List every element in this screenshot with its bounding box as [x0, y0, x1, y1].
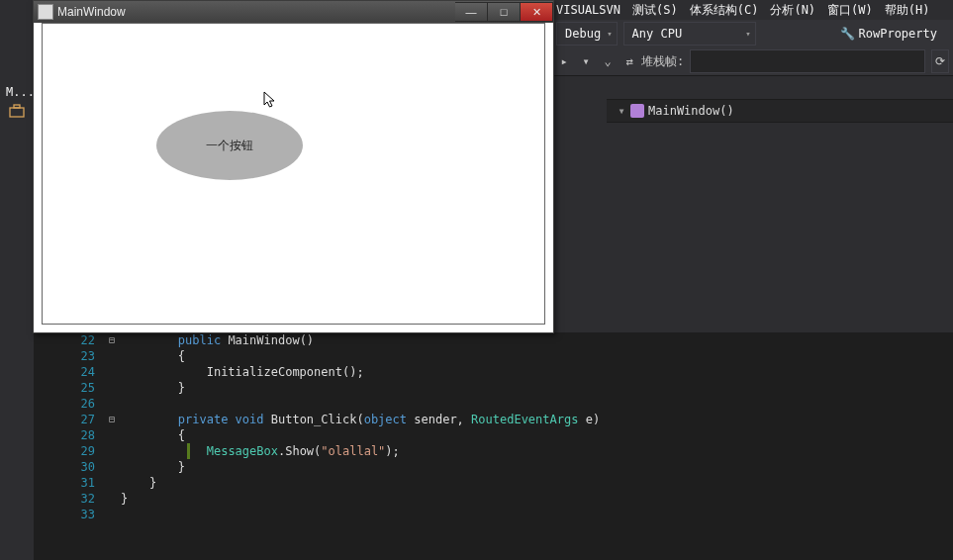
line-number: 27: [34, 412, 95, 427]
nav-method[interactable]: MainWindow(): [648, 104, 734, 118]
menu-help[interactable]: 帮助(H): [879, 0, 936, 20]
window-buttons: — □ ✕: [455, 2, 553, 22]
debug-toolbar: ▸ ▾ ⌄ ⇄ 堆栈帧: ⟳: [550, 47, 953, 76]
nav-chevron-icon[interactable]: ▾: [613, 104, 630, 118]
minimize-button[interactable]: —: [455, 2, 488, 22]
stackframe-label: 堆栈帧:: [641, 53, 684, 70]
line-number: 25: [34, 380, 95, 396]
line-number: 26: [34, 396, 95, 412]
step-icon[interactable]: ▸: [556, 53, 572, 69]
fold-gutter[interactable]: ⊟⊟: [103, 332, 121, 560]
close-button[interactable]: ✕: [521, 2, 553, 22]
fold-toggle: [103, 364, 121, 380]
fold-toggle: [103, 380, 121, 396]
code-area[interactable]: public MainWindow() { InitializeComponen…: [121, 332, 953, 560]
line-number: 33: [34, 507, 95, 522]
titlebar[interactable]: MainWindow — □ ✕: [34, 1, 553, 23]
platform-label: Any CPU: [632, 27, 683, 41]
thread-icon[interactable]: ⇄: [621, 53, 637, 69]
line-number: 24: [34, 364, 95, 380]
rowproperty-button[interactable]: 🔧 RowProperty: [834, 23, 943, 45]
menu-test[interactable]: 测试(S): [626, 0, 684, 20]
line-number: 31: [34, 475, 95, 491]
line-number: 30: [34, 459, 95, 475]
fold-toggle: [103, 459, 121, 475]
code-line[interactable]: }: [121, 380, 953, 396]
fold-toggle[interactable]: ⊟: [103, 332, 121, 348]
code-line[interactable]: }: [121, 475, 953, 491]
menu-architecture[interactable]: 体系结构(C): [684, 0, 765, 20]
fold-toggle: [103, 427, 121, 443]
config-dropdown[interactable]: Debug ▾: [556, 22, 618, 46]
code-line[interactable]: [121, 507, 953, 522]
left-tab-header: M...: [0, 79, 34, 99]
chevron-down-icon: ▾: [745, 29, 750, 39]
code-line[interactable]: }: [121, 459, 953, 475]
stackframe-dropdown[interactable]: [690, 49, 925, 73]
line-number: 32: [34, 491, 95, 507]
rowproperty-label: RowProperty: [859, 27, 937, 41]
app-icon: [38, 4, 53, 20]
code-line[interactable]: MessageBox.Show("olallal");: [121, 443, 953, 459]
navigation-bar: ▾ MainWindow(): [607, 99, 953, 123]
config-label: Debug: [565, 27, 601, 41]
method-icon: [630, 104, 644, 118]
code-line[interactable]: [121, 396, 953, 412]
client-area: 一个按钮: [42, 23, 545, 325]
fold-toggle: [103, 491, 121, 507]
ellipse-button[interactable]: 一个按钮: [156, 111, 303, 180]
code-line[interactable]: {: [121, 427, 953, 443]
fold-toggle: [103, 475, 121, 491]
code-line[interactable]: InitializeComponent();: [121, 364, 953, 380]
main-menu-bar: VISUALSVN 测试(S) 体系结构(C) 分析(N) 窗口(W) 帮助(H…: [550, 0, 953, 20]
code-editor[interactable]: 222324252627282930313233 ⊟⊟ public MainW…: [34, 332, 953, 560]
svg-rect-1: [14, 105, 20, 108]
mouse-cursor-icon: [263, 91, 277, 109]
line-number: 29: [34, 443, 95, 459]
fold-toggle: [103, 443, 121, 459]
funnel-icon[interactable]: ⌄: [600, 53, 616, 69]
line-number-gutter: 222324252627282930313233: [34, 332, 103, 560]
platform-dropdown[interactable]: Any CPU ▾: [623, 22, 756, 46]
change-marker: [187, 443, 190, 459]
fold-toggle: [103, 507, 121, 522]
line-number: 23: [34, 348, 95, 364]
wrench-icon: 🔧: [840, 27, 855, 41]
code-line[interactable]: }: [121, 491, 953, 507]
running-app-window: MainWindow — □ ✕ 一个按钮: [33, 0, 554, 333]
chevron-down-icon: ▾: [607, 29, 612, 39]
code-line[interactable]: {: [121, 348, 953, 364]
code-line[interactable]: private void Button_Click(object sender,…: [121, 412, 953, 427]
code-line[interactable]: public MainWindow(): [121, 332, 953, 348]
fold-toggle: [103, 348, 121, 364]
line-number: 22: [34, 332, 95, 348]
window-title: MainWindow: [57, 5, 455, 19]
fold-toggle: [103, 396, 121, 412]
menu-analyze[interactable]: 分析(N): [764, 0, 821, 20]
menu-window[interactable]: 窗口(W): [821, 0, 879, 20]
stackframe-cycle[interactable]: ⟳: [931, 49, 949, 73]
svg-rect-0: [10, 108, 24, 117]
maximize-button[interactable]: □: [488, 2, 521, 22]
filter-icon[interactable]: ▾: [578, 53, 594, 69]
fold-toggle[interactable]: ⊟: [103, 412, 121, 427]
toolbar: Debug ▾ Any CPU ▾ 🔧 RowProperty: [550, 20, 953, 48]
menu-visualsvn[interactable]: VISUALSVN: [550, 0, 626, 20]
left-tabwell: M... M...: [0, 79, 34, 560]
toolbox-icon[interactable]: [6, 101, 28, 121]
line-number: 28: [34, 427, 95, 443]
